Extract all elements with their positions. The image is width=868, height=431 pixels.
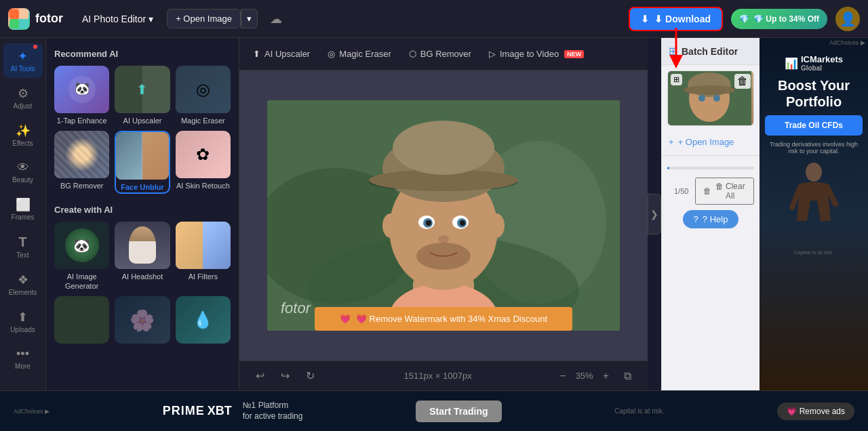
ad-cta-button[interactable]: Trade Oil CFDs <box>765 115 863 136</box>
zoom-out-button[interactable]: − <box>555 369 570 384</box>
ai-card-magic-eraser[interactable]: ◎ Magic Eraser <box>176 66 231 125</box>
ai-card-bg-remover[interactable]: BG Remover <box>54 131 109 193</box>
cloud-button[interactable]: ☁ <box>266 7 286 30</box>
magic-eraser-tool[interactable]: ◎ Magic Eraser <box>319 45 399 63</box>
help-icon: ? <box>694 214 698 224</box>
discount-button[interactable]: 💎 💎 Up to 34% Off <box>731 9 827 29</box>
risk-text: Capital is at risk. <box>614 407 664 415</box>
download-button[interactable]: ⬇ ⬇ Download <box>629 7 723 31</box>
svg-point-18 <box>393 121 494 175</box>
card-label: AI Upscaler <box>115 116 170 125</box>
logo-text: fotor <box>35 12 63 26</box>
bar-chart-icon: 📊 <box>785 57 798 70</box>
tools-bar: ⬆ AI Upscaler ◎ Magic Eraser ⬡ BG Remove… <box>239 38 648 70</box>
svg-point-35 <box>806 163 822 182</box>
sidebar-item-label: Text <box>16 251 28 259</box>
sidebar-item-beauty[interactable]: 👁 Beauty <box>3 155 43 189</box>
image-to-video-tool[interactable]: ▷ Image to Video NEW <box>481 45 592 63</box>
svg-point-27 <box>382 213 399 238</box>
plus-icon: + <box>669 137 674 147</box>
ai-card-upscaler[interactable]: ⬆ AI Upscaler <box>115 66 170 125</box>
logo-area: fotor <box>8 8 63 30</box>
svg-point-33 <box>698 95 705 102</box>
sidebar-item-effects[interactable]: ✨ Effects <box>3 118 43 152</box>
rotate-button[interactable]: ↻ <box>300 367 320 385</box>
batch-thumb-delete-button[interactable]: 🗑 <box>734 74 751 89</box>
svg-rect-3 <box>19 19 28 28</box>
help-button[interactable]: ? ? Help <box>683 210 739 228</box>
ad-figure <box>787 160 841 241</box>
sidebar-item-elements[interactable]: ❖ Elements <box>3 267 43 302</box>
ai-card-headshot[interactable]: AI Headshot <box>115 222 170 291</box>
ai-card-more3[interactable]: 💧 <box>176 296 231 344</box>
collapse-panel-button[interactable]: ❯ <box>648 194 661 234</box>
open-image-dropdown[interactable]: ▾ <box>241 9 258 28</box>
remove-ads-button[interactable]: 💗 Remove ads <box>777 403 854 420</box>
svg-rect-2 <box>9 19 19 28</box>
batch-editor-icon: ⊞ <box>669 45 677 58</box>
xbt-text: XBT <box>208 404 232 418</box>
sidebar-item-adjust[interactable]: ⚙ Adjust <box>3 81 43 115</box>
watermark-banner[interactable]: 💗 💗 Remove Watermark with 34% Xmas Disco… <box>315 307 572 331</box>
center-area: ⬆ AI Upscaler ◎ Magic Eraser ⬡ BG Remove… <box>239 38 648 390</box>
sidebar-item-frames[interactable]: ⬜ Frames <box>3 192 43 226</box>
zoom-level: 35% <box>576 371 593 381</box>
ai-card-filters[interactable]: AI Filters <box>176 222 231 291</box>
svg-point-24 <box>460 220 465 226</box>
undo-button[interactable]: ↩ <box>250 367 270 385</box>
sidebar-item-ai-tools[interactable]: ✦ AI Tools <box>3 43 43 78</box>
text-icon: T <box>18 234 26 250</box>
start-trading-button[interactable]: Start Trading <box>416 401 501 422</box>
ad-brand-name: ICMarkets <box>801 54 843 64</box>
left-sidebar: ✦ AI Tools ⚙ Adjust ✨ Effects 👁 Beauty ⬜… <box>0 38 46 390</box>
app-menu-button[interactable]: AI Photo Editor ▾ <box>77 11 159 27</box>
recommend-ai-grid: 🐼 1-Tap Enhance ⬆ AI Upscaler ◎ M <box>54 66 231 194</box>
trash-icon: 🗑 <box>703 186 711 196</box>
svg-point-25 <box>438 235 449 243</box>
card-label: Magic Eraser <box>176 116 231 125</box>
clear-all-button[interactable]: 🗑 🗑 Clear All <box>695 178 754 205</box>
sidebar-item-label: Frames <box>12 213 35 221</box>
sidebar-item-uploads[interactable]: ⬆ Uploads <box>3 304 43 339</box>
ai-card-more1[interactable] <box>54 296 109 344</box>
sidebar-item-text[interactable]: T Text <box>3 229 43 264</box>
bg-remover-tool[interactable]: ⬡ BG Remover <box>401 45 479 63</box>
batch-editor-title: Batch Editor <box>682 46 738 57</box>
gem-icon: 💎 <box>739 14 749 24</box>
sidebar-item-label: Effects <box>12 140 33 147</box>
batch-editor-panel: ⊞ Batch Editor ⊞ 🗑 + + Open Image <box>661 38 760 390</box>
card-label: AI Image Generator <box>54 272 109 291</box>
ai-card-image-generator[interactable]: 🐼 AI Image Generator <box>54 222 109 291</box>
ai-card-more2[interactable]: 🌸 <box>115 296 170 344</box>
svg-point-28 <box>488 213 505 238</box>
ai-card-face-unblur[interactable]: Face Unblur <box>115 131 170 193</box>
sidebar-item-label: Adjust <box>14 102 33 110</box>
ad-choices-label: AdChoices ▶ <box>760 38 868 47</box>
ai-upscaler-tool[interactable]: ⬆ AI Upscaler <box>245 45 318 63</box>
compare-button[interactable]: ⧉ <box>618 367 637 385</box>
zoom-in-button[interactable]: + <box>599 369 613 384</box>
fotor-logo-icon <box>8 8 30 30</box>
ad-right-panel: AdChoices ▶ 📊 ICMarkets Global Boost You… <box>760 38 868 390</box>
frames-icon: ⬜ <box>16 197 31 212</box>
ai-card-1tap-enhance[interactable]: 🐼 1-Tap Enhance <box>54 66 109 125</box>
elements-icon: ❖ <box>18 272 28 287</box>
batch-open-image[interactable]: + + Open Image <box>662 131 760 152</box>
avatar[interactable]: 👤 <box>835 7 860 31</box>
ad-subtext: Trading derivatives involves high risk t… <box>765 141 863 155</box>
batch-divider <box>662 155 760 156</box>
ad-brand-tagline: Global <box>801 64 843 72</box>
open-image-button[interactable]: + Open Image <box>167 9 241 28</box>
card-label: AI Headshot <box>115 272 170 281</box>
batch-thumb-layers-icon: ⊞ <box>671 74 682 85</box>
sidebar-item-more[interactable]: ••• More <box>3 342 43 375</box>
watermark-text: fotor <box>281 300 311 317</box>
beauty-icon: 👁 <box>17 161 29 175</box>
ai-card-skin-retouch[interactable]: ✿ AI Skin Retouch <box>176 131 231 193</box>
sidebar-item-label: Uploads <box>10 326 35 333</box>
redo-button[interactable]: ↪ <box>275 367 295 385</box>
svg-point-34 <box>713 95 720 102</box>
sidebar-item-label: Beauty <box>12 176 33 184</box>
canvas-area[interactable]: fotor 💗 💗 Remove Watermark with 34% Xmas… <box>239 70 648 361</box>
image-info: 1511px × 1007px <box>404 371 472 381</box>
